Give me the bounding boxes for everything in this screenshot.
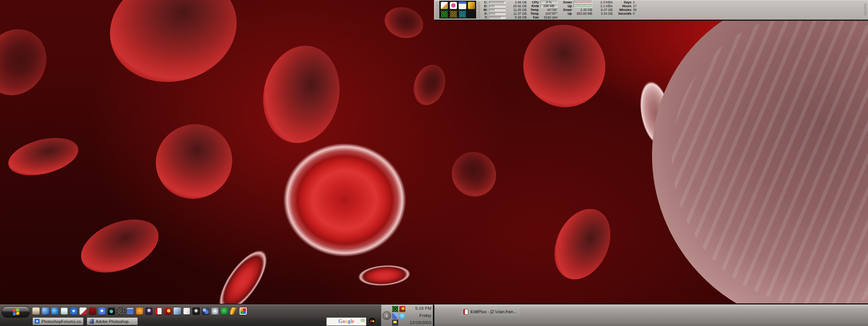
uptime-label: Days <box>614 0 631 4</box>
net-grand-total: 8.47 GB <box>594 8 613 12</box>
monitor-seam <box>433 305 434 326</box>
stat-label: Temp <box>528 8 539 12</box>
acrobat-reader-icon[interactable] <box>79 308 87 315</box>
stat-value: 288 MB <box>540 5 558 8</box>
window-app-icon[interactable] <box>458 2 466 9</box>
net-session-total: 553.60 MB <box>573 12 592 15</box>
net-label: Down <box>561 8 572 12</box>
drag-grip[interactable] <box>435 1 438 18</box>
google-logo-letter: o <box>342 318 345 324</box>
uptime-value: 17 <box>633 4 640 8</box>
spiral-green-app-icon[interactable] <box>441 11 448 18</box>
system-tray: ‹ 5:16 PM Friday 12/19/2003 <box>381 305 434 326</box>
download-graph <box>573 1 592 4</box>
molecule-icon[interactable] <box>202 308 209 315</box>
taskbar-button-photoshopforums[interactable]: PhotoshopForums.co... <box>32 317 84 325</box>
taskbar-button-editplus[interactable]: EditPlus - [Z:\clan.fran... <box>460 308 520 316</box>
windows-flag-icon <box>12 308 19 316</box>
net-label: Up <box>561 12 572 15</box>
stat-label: CPU <box>528 0 539 4</box>
vampire-icon[interactable] <box>145 308 153 315</box>
spiral-gold-app-icon[interactable] <box>450 11 457 18</box>
drive-label: Y: <box>481 15 487 19</box>
blood-cell <box>254 38 348 150</box>
google-logo-letter: o <box>345 318 348 324</box>
drive-value: 2.96 GB <box>507 0 527 4</box>
network-cubes-tray-icon[interactable] <box>392 313 398 319</box>
printer-icon[interactable] <box>32 308 40 315</box>
net-session-total: 2.40 GB <box>573 8 592 12</box>
paint-app-icon[interactable] <box>441 2 448 9</box>
acrobat-a-icon[interactable] <box>89 308 96 315</box>
steam-icon[interactable] <box>193 308 200 315</box>
uptime-label: Hours <box>614 4 631 8</box>
drive-value: 11.37 GB <box>507 12 527 15</box>
blood-cell <box>0 17 59 107</box>
drive-label: X: <box>481 12 487 15</box>
mascot-icon[interactable] <box>369 318 375 323</box>
uptime-label: Seconds <box>614 12 631 15</box>
notebook-icon[interactable] <box>155 308 162 315</box>
tray-collapse-button[interactable]: ‹ <box>382 311 391 320</box>
sparkle-tool-icon[interactable] <box>174 308 181 315</box>
uptime-value: 0 <box>633 12 640 15</box>
drive-label: C: <box>481 0 487 4</box>
remote-desktop-icon[interactable] <box>127 308 134 315</box>
drag-grip[interactable] <box>863 3 866 16</box>
start-button[interactable] <box>2 306 30 317</box>
stat-value: 0 % <box>540 1 558 4</box>
tray-clock[interactable]: 5:16 PM Friday 12/19/2003 <box>410 306 431 325</box>
key-2k-icon[interactable] <box>183 308 190 315</box>
drive-label: D: <box>481 4 487 8</box>
pinwheel-icon[interactable] <box>240 308 247 315</box>
tray-icons <box>392 306 406 326</box>
media-player-icon[interactable] <box>42 308 49 315</box>
internet-explorer-icon[interactable] <box>70 308 77 315</box>
messenger-tray-icon[interactable] <box>399 313 405 319</box>
spiral-green-tray-icon[interactable] <box>392 306 398 312</box>
quick-launch-bar <box>32 308 247 315</box>
arcade-tray-icon[interactable] <box>399 306 405 312</box>
upload-graph <box>573 5 592 8</box>
uptime-label: Minutes <box>614 8 631 12</box>
google-search-input[interactable]: Google <box>326 317 366 326</box>
arcade-icon[interactable] <box>164 308 171 315</box>
taskbar-button-label: PhotoshopForums.co... <box>41 319 84 324</box>
stat-label: Fan <box>528 15 539 19</box>
blood-cell <box>381 3 426 42</box>
stat-label: RAM <box>528 4 539 8</box>
camera-lens-icon[interactable] <box>117 308 124 315</box>
net-rate: 2.1 KB/s <box>594 4 613 8</box>
macromedia-icon[interactable] <box>98 308 105 315</box>
netscape-icon[interactable] <box>108 308 115 315</box>
spiral-cyan-app-icon[interactable] <box>459 11 466 18</box>
dropdown-arrow-icon[interactable]: ▾ <box>377 318 379 322</box>
blood-cell <box>408 60 451 110</box>
drag-grip[interactable] <box>477 1 480 18</box>
gold-app-icon[interactable] <box>468 2 475 9</box>
blood-cell <box>5 131 82 181</box>
editplus-icon <box>463 309 468 315</box>
network-monitor: Down 2.3 KB/s Up 2.1 KB/s Down 2.40 GB 8… <box>561 0 613 15</box>
photoshop-icon <box>89 319 94 324</box>
drive-monitor: C: 2.96 GB D: 28.66 GB W: 11.25 GB X: 11… <box>481 0 527 19</box>
photo-app-icon[interactable] <box>450 2 457 9</box>
recycle-bin-icon[interactable] <box>61 308 68 315</box>
cat-face-icon[interactable] <box>136 308 143 315</box>
green-globe-icon[interactable] <box>221 308 228 315</box>
blood-cell <box>443 143 505 206</box>
blood-cell <box>98 0 249 96</box>
cd-icon[interactable] <box>211 308 219 315</box>
lightning-icon[interactable] <box>230 308 237 315</box>
clock-date: 12/19/2003 <box>410 320 431 325</box>
drive-bar <box>489 9 506 11</box>
display-tray-icon[interactable] <box>392 320 398 326</box>
net-label: Down <box>561 0 572 4</box>
globe-cursor-icon[interactable] <box>51 308 58 315</box>
drive-value: 0.28 GB <box>507 15 527 19</box>
google-logo-letter: G <box>338 318 342 324</box>
clock-time: 5:16 PM <box>415 306 431 311</box>
taskbar-button-label: EditPlus - [Z:\clan.fran... <box>471 309 517 314</box>
taskbar-button-photoshop[interactable]: Adobe Photoshop <box>87 317 138 325</box>
google-image-peek <box>361 318 365 322</box>
